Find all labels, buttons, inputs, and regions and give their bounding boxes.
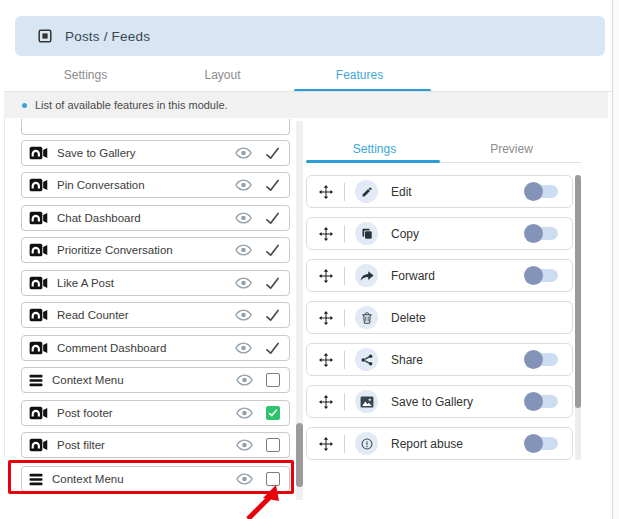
feature-item-context-menu-1[interactable]: Context Menu: [21, 367, 290, 393]
feature-label: Post filter: [57, 439, 105, 451]
eye-icon[interactable]: [236, 473, 253, 485]
action-row-forward[interactable]: Forward: [306, 259, 573, 292]
action-row-delete[interactable]: Delete: [306, 301, 573, 334]
video-camera-icon: [29, 308, 48, 322]
toggle-share[interactable]: [525, 353, 558, 366]
drag-handle-icon[interactable]: [319, 353, 333, 367]
checkmark-icon[interactable]: [265, 179, 280, 192]
eye-icon[interactable]: [236, 439, 253, 451]
feature-label: Save to Gallery: [57, 147, 136, 159]
eye-icon[interactable]: [235, 147, 252, 159]
video-camera-icon: [29, 243, 48, 257]
toggle-copy[interactable]: [525, 227, 558, 240]
tab-features[interactable]: Features: [291, 58, 428, 91]
row-divider: [344, 267, 345, 285]
page-scrollbar-border[interactable]: [612, 0, 613, 519]
checkmark-icon[interactable]: [265, 212, 280, 225]
feature-label: Comment Dashboard: [57, 342, 166, 354]
checkmark-icon[interactable]: [265, 309, 280, 322]
tab-settings[interactable]: Settings: [17, 58, 154, 91]
feature-item-post-filter[interactable]: Post filter: [21, 432, 290, 458]
feature-label: Chat Dashboard: [57, 212, 141, 224]
toggle-save-to-gallery[interactable]: [525, 395, 558, 408]
action-label: Forward: [391, 269, 435, 283]
feature-item-read-counter[interactable]: Read Counter: [21, 302, 290, 328]
drag-handle-icon[interactable]: [319, 437, 333, 451]
action-row-edit[interactable]: Edit: [306, 175, 573, 208]
pencil-icon: [355, 180, 378, 203]
feature-label: Context Menu: [52, 374, 124, 386]
feature-label: Prioritize Conversation: [57, 244, 173, 256]
check-icon: [268, 409, 278, 417]
copy-icon: [355, 222, 378, 245]
toggle-knob: [524, 434, 543, 453]
action-row-save-to-gallery[interactable]: Save to Gallery: [306, 385, 573, 418]
checkbox-unchecked[interactable]: [266, 472, 280, 486]
module-header: Posts / Feeds: [15, 16, 605, 56]
eye-icon[interactable]: [235, 244, 252, 256]
module-title: Posts / Feeds: [65, 29, 150, 44]
checkbox-unchecked[interactable]: [266, 373, 280, 387]
feature-item-like-a-post[interactable]: Like A Post: [21, 270, 290, 296]
checkmark-icon[interactable]: [265, 277, 280, 290]
feature-item-post-footer[interactable]: Post footer: [21, 400, 290, 426]
tab-layout[interactable]: Layout: [154, 58, 291, 91]
checkmark-icon[interactable]: [265, 244, 280, 257]
info-text: List of available features in this modul…: [35, 99, 228, 111]
eye-icon[interactable]: [236, 374, 253, 386]
feature-item-context-menu-2[interactable]: Context Menu: [21, 466, 290, 492]
page-scrollbar-area: [613, 0, 619, 519]
action-label: Share: [391, 353, 423, 367]
checkmark-icon[interactable]: [265, 147, 280, 160]
info-bar: List of available features in this modul…: [4, 92, 608, 118]
eye-icon[interactable]: [235, 309, 252, 321]
feature-item-save-to-gallery[interactable]: Save to Gallery: [21, 140, 290, 166]
action-label: Edit: [391, 185, 412, 199]
feature-item-pin-conversation[interactable]: Pin Conversation: [21, 172, 290, 198]
feature-label: Like A Post: [57, 277, 114, 289]
action-label: Report abuse: [391, 437, 463, 451]
row-divider: [344, 309, 345, 327]
report-abuse-icon: [355, 432, 378, 455]
menu-icon: [29, 473, 43, 486]
feature-label: Pin Conversation: [57, 179, 145, 191]
drag-handle-icon[interactable]: [319, 395, 333, 409]
checkbox-checked-green[interactable]: [266, 406, 280, 420]
detail-tab-preview[interactable]: Preview: [443, 135, 580, 162]
feature-label: Post footer: [57, 407, 113, 419]
drag-handle-icon[interactable]: [319, 185, 333, 199]
action-row-copy[interactable]: Copy: [306, 217, 573, 250]
video-camera-icon: [29, 341, 48, 355]
toggle-forward[interactable]: [525, 269, 558, 282]
feature-item-prioritize-conversation[interactable]: Prioritize Conversation: [21, 237, 290, 263]
row-divider: [344, 351, 345, 369]
eye-icon[interactable]: [235, 277, 252, 289]
feature-item-comment-dashboard[interactable]: Comment Dashboard: [21, 335, 290, 361]
drag-handle-icon[interactable]: [319, 227, 333, 241]
eye-icon[interactable]: [235, 179, 252, 191]
row-divider: [344, 225, 345, 243]
action-row-report-abuse[interactable]: Report abuse: [306, 427, 573, 460]
detail-tab-settings[interactable]: Settings: [306, 135, 443, 162]
feature-item-partial[interactable]: [21, 119, 290, 135]
row-divider: [344, 393, 345, 411]
drag-handle-icon[interactable]: [319, 311, 333, 325]
feature-label: Read Counter: [57, 309, 129, 321]
toggle-knob: [524, 224, 543, 243]
feature-list-scrollbar-thumb[interactable]: [296, 423, 303, 487]
detail-scrollbar-thumb[interactable]: [575, 175, 581, 408]
toggle-report-abuse[interactable]: [525, 437, 558, 450]
eye-icon[interactable]: [236, 407, 253, 419]
eye-icon[interactable]: [235, 342, 252, 354]
toggle-knob: [524, 266, 543, 285]
action-row-share[interactable]: Share: [306, 343, 573, 376]
share-icon: [355, 348, 378, 371]
feature-item-chat-dashboard[interactable]: Chat Dashboard: [21, 205, 290, 231]
detail-tab-active-underline: [306, 160, 440, 163]
toggle-edit[interactable]: [525, 185, 558, 198]
checkbox-unchecked[interactable]: [266, 438, 280, 452]
eye-icon[interactable]: [235, 212, 252, 224]
checkmark-icon[interactable]: [265, 342, 280, 355]
drag-handle-icon[interactable]: [319, 269, 333, 283]
video-camera-icon: [29, 178, 48, 192]
